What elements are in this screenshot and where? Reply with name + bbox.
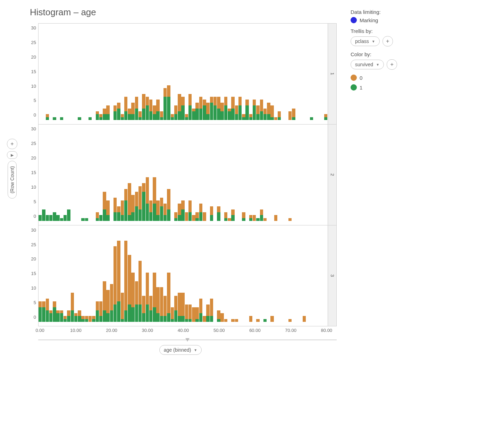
histogram-bar[interactable] (114, 246, 117, 322)
histogram-bar[interactable] (288, 111, 292, 120)
histogram-bar[interactable] (135, 97, 138, 120)
histogram-bar[interactable] (228, 109, 231, 120)
histogram-bar[interactable] (324, 114, 327, 120)
histogram-bar[interactable] (242, 212, 245, 221)
histogram-bar[interactable] (138, 111, 142, 120)
histogram-bar[interactable] (56, 215, 59, 221)
histogram-bar[interactable] (156, 200, 159, 221)
histogram-bar[interactable] (192, 307, 195, 322)
histogram-bar[interactable] (53, 301, 56, 322)
histogram-bar[interactable] (46, 215, 49, 221)
histogram-bar[interactable] (260, 100, 263, 120)
histogram-bar[interactable] (67, 209, 70, 221)
histogram-bar[interactable] (278, 111, 281, 120)
histogram-bar[interactable] (303, 316, 306, 322)
histogram-bar[interactable] (85, 218, 88, 221)
yaxis-add-button[interactable]: + (7, 139, 17, 149)
histogram-bar[interactable] (121, 293, 124, 322)
histogram-bar[interactable] (213, 97, 217, 120)
histogram-bar[interactable] (245, 100, 249, 120)
histogram-bar[interactable] (185, 212, 188, 221)
histogram-bar[interactable] (220, 103, 224, 120)
histogram-bar[interactable] (60, 117, 63, 120)
yaxis-expand-icon[interactable]: ▶ (7, 151, 17, 159)
histogram-bar[interactable] (81, 218, 84, 221)
histogram-bar[interactable] (128, 183, 131, 221)
color-add-button[interactable]: + (387, 59, 397, 70)
histogram-bar[interactable] (96, 301, 99, 322)
chart-panel-2[interactable] (39, 125, 328, 225)
histogram-bar[interactable] (135, 281, 138, 322)
histogram-bar[interactable] (310, 117, 313, 120)
histogram-bar[interactable] (160, 111, 163, 120)
histogram-bar[interactable] (142, 183, 145, 221)
histogram-bar[interactable] (181, 200, 184, 221)
histogram-bar[interactable] (146, 177, 149, 221)
histogram-bar[interactable] (121, 200, 124, 221)
histogram-bar[interactable] (56, 310, 59, 322)
histogram-bar[interactable] (156, 100, 159, 120)
histogram-bar[interactable] (174, 296, 177, 322)
histogram-bar[interactable] (256, 218, 259, 221)
histogram-bar[interactable] (224, 97, 227, 120)
color-selector[interactable]: survived ▼ (351, 60, 384, 69)
x-zoom-slider[interactable] (38, 337, 337, 342)
histogram-bar[interactable] (167, 85, 170, 120)
histogram-bar[interactable] (114, 198, 117, 221)
histogram-bar[interactable] (81, 316, 84, 322)
histogram-bar[interactable] (124, 189, 127, 221)
histogram-bar[interactable] (167, 189, 170, 221)
histogram-bar[interactable] (78, 117, 81, 120)
histogram-bar[interactable] (235, 319, 238, 322)
histogram-bar[interactable] (203, 212, 206, 221)
chart-panel-1[interactable] (39, 24, 328, 124)
histogram-bar[interactable] (220, 313, 224, 322)
histogram-bar[interactable] (188, 200, 192, 221)
histogram-bar[interactable] (156, 287, 159, 322)
histogram-bar[interactable] (270, 105, 274, 120)
histogram-bar[interactable] (153, 105, 156, 120)
chart-panel-3[interactable] (39, 225, 328, 326)
histogram-bar[interactable] (228, 218, 231, 221)
histogram-bar[interactable] (160, 198, 163, 221)
histogram-bar[interactable] (224, 319, 227, 322)
histogram-bar[interactable] (174, 105, 177, 120)
histogram-bar[interactable] (263, 319, 267, 322)
histogram-bar[interactable] (178, 94, 181, 120)
histogram-bar[interactable] (217, 97, 220, 120)
histogram-bar[interactable] (146, 97, 149, 120)
histogram-bar[interactable] (178, 293, 181, 322)
histogram-bar[interactable] (99, 114, 102, 120)
histogram-bar[interactable] (163, 204, 167, 221)
histogram-bar[interactable] (110, 284, 113, 322)
trellis-selector[interactable]: pclass ▼ (351, 36, 380, 46)
histogram-bar[interactable] (163, 88, 167, 120)
histogram-bar[interactable] (206, 305, 209, 322)
histogram-bar[interactable] (71, 293, 74, 322)
histogram-bar[interactable] (60, 310, 63, 322)
histogram-bar[interactable] (270, 316, 274, 322)
histogram-bar[interactable] (288, 218, 292, 221)
histogram-bar[interactable] (92, 316, 95, 322)
histogram-bar[interactable] (106, 200, 109, 221)
marking-color-icon[interactable] (351, 17, 357, 23)
histogram-bar[interactable] (106, 105, 109, 120)
histogram-bar[interactable] (249, 215, 252, 221)
histogram-bar[interactable] (131, 273, 134, 322)
histogram-bar[interactable] (210, 299, 213, 322)
histogram-bar[interactable] (85, 316, 88, 322)
histogram-bar[interactable] (39, 215, 42, 221)
histogram-bar[interactable] (64, 215, 67, 221)
histogram-bar[interactable] (103, 109, 106, 120)
xaxis-selector[interactable]: age (binned) ▼ (159, 345, 202, 355)
histogram-bar[interactable] (231, 209, 234, 221)
histogram-bar[interactable] (121, 114, 124, 120)
histogram-bar[interactable] (181, 97, 184, 120)
histogram-bar[interactable] (131, 195, 134, 221)
histogram-bar[interactable] (117, 103, 120, 120)
histogram-bar[interactable] (167, 273, 170, 322)
histogram-bar[interactable] (67, 310, 70, 322)
histogram-bar[interactable] (117, 206, 120, 221)
histogram-bar[interactable] (46, 114, 49, 120)
histogram-bar[interactable] (42, 209, 45, 221)
